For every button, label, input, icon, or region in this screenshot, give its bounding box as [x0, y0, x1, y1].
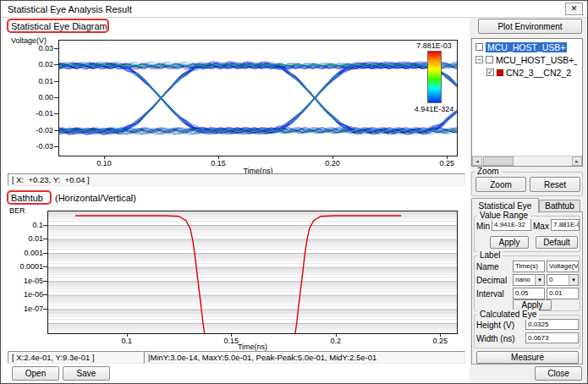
bathtub-y-axis-title: BER — [9, 206, 25, 215]
value-range-apply-button[interactable]: Apply — [490, 236, 529, 249]
value-range-default-button[interactable]: Default — [536, 236, 578, 249]
name-label: Name — [476, 262, 499, 272]
bathtub-x-tick-label: 0.1 — [112, 337, 142, 345]
decimal-time-dropdown[interactable]: nano ▼ — [513, 274, 545, 286]
bathtub-cursor-status: [ X:2.4e-01, Y:9.3e-01 ] — [8, 351, 144, 364]
checkbox-unchecked-icon[interactable] — [486, 56, 493, 63]
bathtub-x-tick — [127, 334, 128, 337]
bathtub-y-tick-label: 0.0001 — [11, 262, 43, 271]
eye-width-value: 0.0673 — [525, 332, 579, 343]
bathtub-y-tick-label: 0.01 — [11, 234, 43, 243]
save-button[interactable]: Save — [63, 366, 110, 381]
eye-y-tick-label: 0.02 — [21, 60, 53, 69]
eye-x-tick — [332, 156, 333, 159]
eye-y-tick — [54, 130, 58, 131]
bathtub-y-tick-label: 1e-06 — [11, 290, 43, 299]
max-label: Max — [533, 222, 549, 231]
bathtub-x-tick-label: 0.25 — [425, 337, 455, 345]
eye-y-tick-label: 0.03 — [21, 44, 53, 52]
name-time-field[interactable]: Time(s) — [513, 261, 545, 272]
eye-y-tick-label: 0.01 — [21, 77, 53, 85]
bathtub-x-tick-label: 0.15 — [216, 337, 246, 345]
scroll-right-icon[interactable]: ► — [572, 156, 582, 166]
interval-label: Interval — [476, 289, 504, 299]
eye-y-tick — [54, 97, 58, 98]
min-value-field[interactable]: 4.941E-32 — [492, 219, 531, 231]
eye-x-tick — [218, 156, 219, 159]
bathtub-section-label: Bathtub — [11, 193, 43, 203]
eye-y-tick — [54, 48, 58, 49]
calculated-eye-label: Calculated Eye — [477, 310, 539, 320]
min-label: Min — [476, 222, 490, 231]
bathtub-stats-status: |MinY:3.0e-14, MaxY:5.0e-01, Peak-Peak:5… — [144, 351, 465, 364]
eye-x-tick — [447, 156, 448, 159]
decimal-time-value: nano — [515, 276, 530, 283]
open-button[interactable]: Open — [12, 366, 59, 381]
plot-environment-button[interactable]: Plot Environment — [478, 19, 582, 34]
eye-x-tick-label: 0.25 — [431, 159, 462, 167]
interval-voltage-field[interactable]: 0.01 — [547, 288, 579, 299]
tree-horizontal-scrollbar[interactable]: ◄ ► — [472, 156, 582, 166]
series-color-swatch — [497, 69, 503, 76]
reset-button[interactable]: Reset — [530, 177, 580, 192]
tree-item-root[interactable]: MCU_HOST_USB+ — [475, 41, 567, 52]
tree-item-child[interactable]: − MCU_HOST_USB+__MCU_HO — [475, 54, 577, 65]
bathtub-y-tick-label: 1e-07 — [11, 304, 43, 313]
scrollbar-thumb[interactable] — [483, 156, 514, 166]
bathtub-section-sublabel: (Horizontal/Vertical) — [55, 193, 136, 203]
eye-height-value: 0.0325 — [525, 319, 579, 330]
tree-item-child-label[interactable]: MCU_HOST_USB+__MCU_HO — [496, 55, 577, 65]
bathtub-x-tick — [231, 334, 232, 337]
eye-y-tick-label: -0.03 — [21, 142, 53, 151]
zoom-button[interactable]: Zoom — [475, 177, 526, 192]
tree-item-leaf-label[interactable]: CN2_3__CN2_2 — [506, 68, 571, 78]
window-title: Statistical Eye Analysis Result — [8, 4, 132, 14]
dropdown-arrow-icon[interactable]: ▼ — [535, 275, 544, 285]
bathtub-y-tick — [43, 266, 47, 267]
bathtub-x-tick — [336, 334, 337, 337]
decimal-label: Decimal — [476, 276, 507, 285]
interval-time-field[interactable]: 0.05 — [513, 288, 545, 299]
bathtub-y-tick — [43, 253, 47, 254]
bathtub-x-axis-title: Time(ns) — [47, 343, 458, 351]
checkbox-unchecked-icon[interactable] — [475, 43, 483, 51]
eye-diagram-plot[interactable] — [58, 40, 458, 156]
scroll-left-icon[interactable]: ◄ — [472, 156, 482, 166]
eye-x-tick — [104, 156, 105, 159]
tree-item-root-label[interactable]: MCU_HOST_USB+ — [486, 42, 567, 52]
close-button[interactable]: Close — [535, 366, 582, 381]
window-close-button[interactable]: ✕ — [565, 3, 583, 15]
eye-cursor-status: [ X: +0.23, Y: +0.04 ] — [8, 173, 465, 186]
decimal-voltage-value: 0 — [549, 276, 552, 283]
collapse-icon[interactable]: − — [475, 56, 483, 63]
eye-y-tick — [54, 113, 58, 114]
eye-section-label: Statistical Eye Diagram — [11, 21, 107, 31]
bathtub-x-tick — [440, 334, 441, 337]
bathtub-plot[interactable] — [47, 211, 458, 334]
value-range-label: Value Range — [477, 211, 530, 221]
title-bar: Statistical Eye Analysis Result ✕ — [1, 1, 587, 18]
bathtub-y-tick-label: 1e-05 — [11, 277, 43, 285]
colorbar-min-label: 4.941E-324 — [392, 105, 476, 113]
tab-bathtub[interactable]: Bathtub — [539, 200, 580, 211]
tree-item-leaf[interactable]: ✓ CN2_3__CN2_2 — [486, 67, 571, 78]
dropdown-arrow-icon[interactable]: ▼ — [569, 275, 578, 285]
eye-y-tick-label: -0.02 — [21, 126, 53, 134]
max-value-field[interactable]: 7.881E-03 — [551, 219, 580, 231]
colorbar — [427, 51, 442, 103]
checkbox-checked-icon[interactable]: ✓ — [486, 69, 494, 76]
eye-x-tick-label: 0.10 — [89, 159, 119, 167]
eye-height-label: Height (V) — [476, 321, 514, 330]
colorbar-max-label: 7.881E-03 — [395, 41, 473, 50]
name-voltage-field[interactable]: Voltage(V) — [547, 261, 579, 272]
decimal-voltage-dropdown[interactable]: 0 ▼ — [547, 274, 579, 286]
bathtub-y-tick — [43, 239, 47, 239]
measure-button[interactable]: Measure — [476, 351, 579, 364]
bathtub-y-tick — [43, 281, 47, 282]
plot-tree: MCU_HOST_USB+ − MCU_HOST_USB+__MCU_HO ✓ … — [471, 38, 583, 167]
eye-y-tick — [54, 64, 58, 65]
eye-x-tick-label: 0.15 — [203, 159, 234, 167]
zoom-group-label: Zoom — [475, 167, 502, 177]
eye-width-label: Width (ns) — [476, 334, 515, 343]
eye-y-tick — [54, 81, 58, 82]
